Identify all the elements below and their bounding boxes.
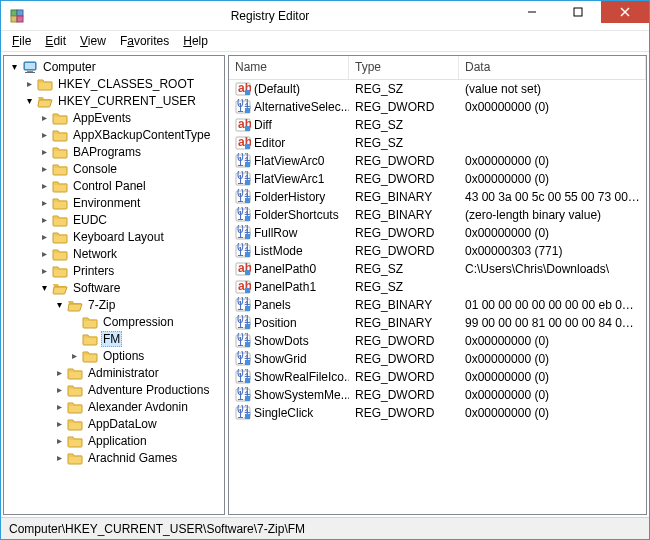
tree-key[interactable]: ▸Keyboard Layout (36, 228, 224, 245)
tree-key[interactable]: FM (66, 330, 224, 347)
expander-icon[interactable]: ▸ (51, 416, 67, 432)
list-row[interactable]: DiffREG_SZ (229, 116, 646, 134)
value-data: 43 00 3a 00 5c 00 55 00 73 00 65 ... (459, 190, 646, 204)
list-row[interactable]: FlatViewArc0REG_DWORD0x00000000 (0) (229, 152, 646, 170)
value-name: FlatViewArc0 (254, 154, 324, 168)
binary-value-icon (235, 297, 251, 313)
list-row[interactable]: FolderHistoryREG_BINARY43 00 3a 00 5c 00… (229, 188, 646, 206)
tree-key[interactable]: ▸AppDataLow (51, 415, 224, 432)
list-row[interactable]: ShowDotsREG_DWORD0x00000000 (0) (229, 332, 646, 350)
maximize-button[interactable] (555, 1, 601, 23)
binary-value-icon (235, 207, 251, 223)
expander-icon[interactable]: ▾ (51, 297, 67, 313)
value-type: REG_BINARY (349, 190, 459, 204)
expander-icon[interactable]: ▸ (36, 110, 52, 126)
col-type[interactable]: Type (349, 56, 459, 79)
menu-favorites[interactable]: Favorites (113, 32, 176, 50)
tree-label: AppEvents (71, 111, 133, 125)
list-row[interactable]: ShowGridREG_DWORD0x00000000 (0) (229, 350, 646, 368)
list-row[interactable]: PanelsREG_BINARY01 00 00 00 00 00 00 00 … (229, 296, 646, 314)
list-row[interactable]: PanelPath0REG_SZC:\Users\Chris\Downloads… (229, 260, 646, 278)
tree-key[interactable]: ▸Network (36, 245, 224, 262)
list-row[interactable]: FullRowREG_DWORD0x00000000 (0) (229, 224, 646, 242)
expander-icon[interactable]: ▸ (51, 382, 67, 398)
tree-key[interactable]: ▸AppEvents (36, 109, 224, 126)
expander-icon[interactable]: ▾ (36, 280, 52, 296)
list-row[interactable]: ShowSystemMe...REG_DWORD0x00000000 (0) (229, 386, 646, 404)
tree-label: Adventure Productions (86, 383, 211, 397)
expander-icon[interactable]: ▸ (36, 144, 52, 160)
string-value-icon (235, 117, 251, 133)
list-row[interactable]: PanelPath1REG_SZ (229, 278, 646, 296)
list-row[interactable]: ListModeREG_DWORD0x00000303 (771) (229, 242, 646, 260)
expander-icon[interactable]: ▸ (66, 348, 82, 364)
expander-icon[interactable]: ▸ (36, 127, 52, 143)
tree-hive[interactable]: ▸HKEY_CLASSES_ROOT (21, 75, 224, 92)
list-row[interactable]: ShowRealFileIco...REG_DWORD0x00000000 (0… (229, 368, 646, 386)
tree-key[interactable]: ▾Software (36, 279, 224, 296)
expander-icon[interactable]: ▸ (36, 161, 52, 177)
expander-icon[interactable]: ▾ (6, 59, 22, 75)
tree-key[interactable]: ▸Environment (36, 194, 224, 211)
value-type: REG_SZ (349, 280, 459, 294)
list-row[interactable]: PositionREG_BINARY99 00 00 00 81 00 00 0… (229, 314, 646, 332)
tree-label: Control Panel (71, 179, 148, 193)
menu-view[interactable]: View (73, 32, 113, 50)
list-row[interactable]: SingleClickREG_DWORD0x00000000 (0) (229, 404, 646, 422)
tree-key[interactable]: ▸AppXBackupContentType (36, 126, 224, 143)
close-button[interactable] (601, 1, 649, 23)
expander-icon[interactable]: ▸ (51, 450, 67, 466)
value-type: REG_SZ (349, 136, 459, 150)
minimize-button[interactable] (509, 1, 555, 23)
value-data: 0x00000000 (0) (459, 334, 646, 348)
tree-key[interactable]: ▾7-Zip (51, 296, 224, 313)
value-name: Panels (254, 298, 291, 312)
menu-help[interactable]: Help (176, 32, 215, 50)
list-row[interactable]: FlatViewArc1REG_DWORD0x00000000 (0) (229, 170, 646, 188)
expander-icon[interactable]: ▸ (21, 76, 37, 92)
tree-label: Alexander Avdonin (86, 400, 190, 414)
tree-key[interactable]: ▸Printers (36, 262, 224, 279)
expander-icon[interactable]: ▸ (36, 178, 52, 194)
expander-icon[interactable]: ▸ (36, 195, 52, 211)
value-name: ShowDots (254, 334, 309, 348)
expander-icon[interactable]: ▸ (51, 365, 67, 381)
tree-key[interactable]: ▸EUDC (36, 211, 224, 228)
menu-edit[interactable]: Edit (38, 32, 73, 50)
menu-file[interactable]: File (5, 32, 38, 50)
tree-key[interactable]: ▸Console (36, 160, 224, 177)
tree-pane[interactable]: ▾Computer▸HKEY_CLASSES_ROOT▾HKEY_CURRENT… (3, 55, 225, 515)
expander-icon[interactable]: ▸ (36, 212, 52, 228)
expander-icon[interactable]: ▸ (51, 433, 67, 449)
tree-key[interactable]: ▸Arachnid Games (51, 449, 224, 466)
list-row[interactable]: AlternativeSelec...REG_DWORD0x00000000 (… (229, 98, 646, 116)
list-pane[interactable]: Name Type Data (Default)REG_SZ(value not… (228, 55, 647, 515)
col-name[interactable]: Name (229, 56, 349, 79)
expander-icon[interactable]: ▸ (36, 229, 52, 245)
list-row[interactable]: FolderShortcutsREG_BINARY(zero-length bi… (229, 206, 646, 224)
col-data[interactable]: Data (459, 56, 646, 79)
value-name: ShowSystemMe... (254, 388, 349, 402)
tree-key[interactable]: ▸Administrator (51, 364, 224, 381)
tree-hive[interactable]: ▾HKEY_CURRENT_USER (21, 92, 224, 109)
value-type: REG_DWORD (349, 370, 459, 384)
tree-label: Application (86, 434, 149, 448)
tree-key[interactable]: ▸Alexander Avdonin (51, 398, 224, 415)
tree-label: Computer (41, 60, 98, 74)
expander-icon[interactable]: ▸ (36, 263, 52, 279)
expander-icon[interactable]: ▾ (21, 93, 37, 109)
tree-key[interactable]: ▸Control Panel (36, 177, 224, 194)
tree-root[interactable]: ▾Computer (6, 58, 224, 75)
tree-key[interactable]: ▸BAPrograms (36, 143, 224, 160)
expander-icon[interactable]: ▸ (51, 399, 67, 415)
tree-label: HKEY_CLASSES_ROOT (56, 77, 196, 91)
tree-key[interactable]: ▸Options (66, 347, 224, 364)
tree-key[interactable]: ▸Application (51, 432, 224, 449)
value-type: REG_DWORD (349, 226, 459, 240)
list-row[interactable]: (Default)REG_SZ(value not set) (229, 80, 646, 98)
list-row[interactable]: EditorREG_SZ (229, 134, 646, 152)
tree-key[interactable]: Compression (66, 313, 224, 330)
tree-key[interactable]: ▸Adventure Productions (51, 381, 224, 398)
value-type: REG_DWORD (349, 334, 459, 348)
expander-icon[interactable]: ▸ (36, 246, 52, 262)
